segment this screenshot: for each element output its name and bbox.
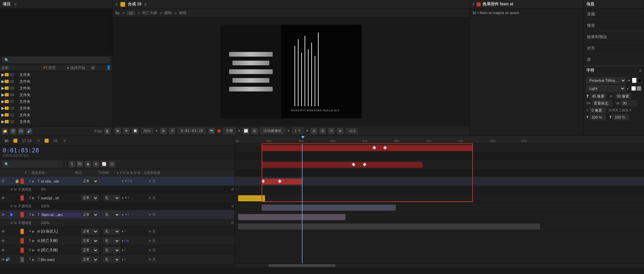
comp-ctrl-icon11[interactable]: ⊕ [337,128,343,134]
comp-tab-16[interactable]: 16 [127,11,135,15]
list-item[interactable]: ▶ 04 文件夹 [0,91,112,98]
parent-link-icon5[interactable]: ⊕ [149,239,151,243]
font-style-select[interactable]: Light [586,85,626,92]
trkmat-select-4[interactable]: 无 [103,228,120,234]
tracking-input[interactable] [615,93,631,99]
sw7-1[interactable]: ♦ [122,258,123,261]
vis-icon-6[interactable]: 👁 [1,248,5,252]
sw3-1[interactable]: ♦ [122,213,123,216]
reset-icon2[interactable]: ↺ [10,204,13,208]
list-item[interactable]: ▶ 12 文件夹 [0,118,112,125]
label-3[interactable] [20,212,24,217]
scale-h-input[interactable] [590,114,606,120]
label-2[interactable] [20,195,24,201]
list-item[interactable]: ▶ 10 文件夹 [0,105,112,112]
expand-1[interactable]: ▶ [32,180,36,183]
comp-tab-fin[interactable]: fin [115,11,119,15]
mode-select-4[interactable]: 正常 [81,228,99,234]
sw2[interactable]: ✦ [124,179,127,183]
sw6-1[interactable]: ♦ [122,248,123,252]
sw3-2[interactable]: ✦ [124,213,127,216]
views-label[interactable]: 1 个 [292,128,304,134]
swatch1[interactable] [631,86,636,91]
font-size-input[interactable] [590,93,606,99]
tl-tab-16[interactable]: 16 [52,139,59,143]
comp-ctrl-icon7[interactable]: ⊞ [252,128,258,134]
track-bar-3[interactable] [262,179,302,185]
comp-ctrl-camera-icon[interactable]: 📷 [209,128,215,134]
zoom-level[interactable]: 25% [141,128,153,134]
sw4-1[interactable]: ♦ [122,229,123,233]
label-6[interactable] [20,248,24,253]
track-bar-4[interactable] [238,195,265,201]
effects-presets-item[interactable]: 效果和预设 [584,31,644,43]
list-item[interactable]: ▶ 11 文件夹 [0,112,112,118]
views-arrow[interactable]: ▾ [306,129,308,133]
sw1[interactable]: ♦ [122,179,123,183]
track-bar-1[interactable] [262,145,473,151]
graph-editor-icon[interactable]: 📈 [101,161,107,167]
parent-link-icon2[interactable]: ⊕ [149,196,151,200]
sw-slash[interactable]: / [128,179,129,183]
vis-icon-4[interactable]: 👁 [1,229,5,233]
expand-6[interactable]: ▶ [32,249,36,252]
camera-label[interactable]: 活动摄像机 [260,128,285,134]
loop-icon-1[interactable]: ↺ [231,188,234,191]
sw6-slash[interactable]: / [124,248,125,252]
comp-tab-canxian[interactable]: 舱线 [179,10,186,15]
library-item[interactable]: 库 [584,54,644,66]
comp-flow-icon[interactable]: ⊟ [109,161,115,167]
timecode-display[interactable]: 0:01:03:28 [178,128,206,134]
layer-row-1[interactable]: 👁 🔒 1 ▶ T ut ulla...ula 正常 ♦ ✦ / fx [0,177,234,186]
label-1[interactable] [20,179,24,184]
layer-name-3[interactable]: Nam at ...am [41,213,81,217]
frame-blend-icon[interactable]: ⊞ [93,161,99,167]
comp-close-btn[interactable]: × [115,2,118,7]
mode-select-3[interactable]: 正常 [81,212,99,218]
font-name-select[interactable]: Perpetua Titling ... [586,77,626,84]
new-folder-icon[interactable]: 📁 [2,128,8,134]
layer-row-7[interactable]: 👁 🔊 7 ▶ 🎵 [fin.wav] 正常 无 ♦ / [0,255,234,264]
comp-ctrl-icon6[interactable]: ⬜ [243,128,249,134]
trkmat-select-5[interactable]: 无 [103,238,120,244]
expand-4[interactable]: ▶ [32,230,36,233]
expand-3[interactable]: ▶ [32,213,36,216]
tl-close-icon[interactable]: × [38,138,40,143]
fx-badge-1[interactable]: fx [130,180,132,183]
effects-close-btn[interactable]: × [472,2,475,7]
expand-2[interactable]: ▶ [32,196,36,200]
track-bar-5[interactable] [262,205,396,211]
color-swatch-white[interactable] [632,78,637,83]
track-bar-2[interactable] [262,162,423,168]
sw3-slash[interactable]: / [128,213,129,216]
vis-icon-1[interactable]: 👁 [1,179,5,183]
reset-icon3[interactable]: ↺ [10,221,13,225]
reset-icon[interactable]: ↺ [10,188,13,191]
layer-name-6[interactable]: [死亡天梯] [41,248,81,253]
quality-dropdown[interactable]: 完整 [223,128,235,134]
tl-tab-menu[interactable]: ≡ [63,138,66,143]
mode-select-6[interactable]: 正常 [81,247,99,253]
expand-5[interactable]: ▶ [32,239,36,243]
3d-icon[interactable]: 3D [77,161,83,167]
camera-arrow[interactable]: ▾ [287,129,289,133]
parent-link-icon4[interactable]: ⊕ [149,229,151,233]
mode-select-1[interactable]: 正常 [81,178,99,184]
scrollbar-thumb[interactable] [268,264,335,267]
project-search-input[interactable] [2,57,110,63]
loop-icon-2[interactable]: ↺ [231,204,234,208]
layer-name-4[interactable]: [白场进入] [41,229,81,234]
zoom-dropdown[interactable]: ▾ [156,129,158,133]
sw2-2[interactable]: ✦ [124,196,127,200]
mode-select-7[interactable]: 正常 [81,257,99,263]
tl-tab-17-19[interactable]: 17-19 [21,139,33,143]
sw2-slash[interactable]: / [128,196,129,200]
comp-menu-icon[interactable]: ≡ [144,2,147,7]
sw4-slash[interactable]: / [124,229,125,233]
comp-ctrl-icon5[interactable]: ↺ [169,128,175,134]
comp-ctrl-icon2[interactable]: 👁 [123,128,129,134]
comp-ctrl-icon10[interactable]: ⟲ [328,128,334,134]
layer-search-input[interactable] [2,161,62,167]
align-item[interactable]: 对齐 [584,43,644,54]
comp-tab-tianTi[interactable]: 死亡天梯 [142,10,157,15]
